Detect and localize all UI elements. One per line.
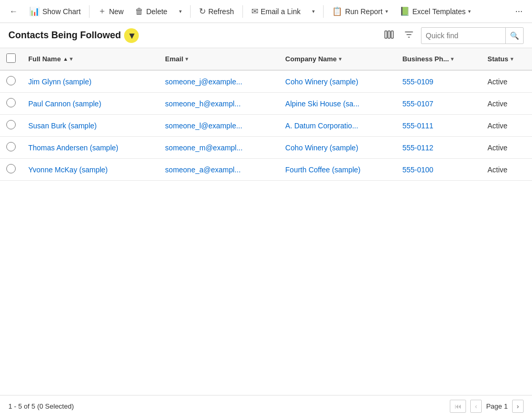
email-cell: someone_l@example...: [159, 115, 279, 137]
company-name-column-header[interactable]: Company Name ▾: [279, 48, 396, 70]
email-cell: someone_a@exampl...: [159, 159, 279, 181]
full-name-link-4[interactable]: Yvonne McKay (sample): [28, 166, 108, 174]
phone-link-1[interactable]: 555-0107: [402, 100, 433, 108]
row-radio-3[interactable]: [6, 142, 16, 151]
sort-up-icon: ▲: [63, 56, 68, 62]
new-button[interactable]: ＋ New: [93, 3, 129, 20]
phone-link-2[interactable]: 555-0111: [402, 122, 433, 130]
full-name-cell: Jim Glynn (sample): [22, 70, 159, 93]
excel-templates-button[interactable]: 📗 Excel Templates ▾: [394, 3, 476, 19]
row-select-cell[interactable]: [0, 159, 22, 181]
email-icon: ✉: [251, 6, 258, 16]
business-phone-cell: 555-0100: [396, 159, 481, 181]
status-cell: Active: [481, 93, 532, 115]
email-link-2[interactable]: someone_l@example...: [165, 122, 242, 130]
delete-icon: 🗑: [135, 7, 143, 16]
full-name-link-3[interactable]: Thomas Andersen (sample): [28, 144, 118, 152]
row-radio-4[interactable]: [6, 164, 16, 173]
separator-3: [242, 5, 243, 18]
filter-icon: [404, 30, 414, 39]
table-body: Jim Glynn (sample) someone_j@example... …: [0, 70, 532, 181]
report-icon: 📋: [332, 6, 342, 16]
email-link-button[interactable]: ✉ Email a Link: [246, 3, 306, 19]
company-sort-icon: ▾: [339, 56, 341, 62]
back-button[interactable]: ←: [4, 4, 23, 19]
chevron-down-icon-2: ▾: [312, 8, 315, 14]
phone-link-3[interactable]: 555-0112: [402, 144, 433, 152]
column-chooser-button[interactable]: [381, 27, 397, 45]
email-link-dropdown-button[interactable]: ▾: [307, 5, 320, 17]
full-name-cell: Paul Cannon (sample): [22, 93, 159, 115]
email-link-3[interactable]: someone_m@exampl...: [165, 144, 242, 152]
company-link-1[interactable]: Alpine Ski House (sa...: [285, 100, 360, 108]
phone-link-4[interactable]: 555-0100: [402, 166, 433, 174]
email-cell: someone_h@exampl...: [159, 93, 279, 115]
full-name-cell: Thomas Andersen (sample): [22, 137, 159, 159]
company-link-3[interactable]: Coho Winery (sample): [285, 144, 358, 152]
email-link-0[interactable]: someone_j@example...: [165, 78, 242, 86]
status-sort-icon: ▾: [511, 56, 513, 62]
refresh-button[interactable]: ↻ Refresh: [194, 3, 239, 19]
row-select-cell[interactable]: [0, 115, 22, 137]
email-cell: someone_j@example...: [159, 70, 279, 93]
header-actions: 🔍: [381, 27, 524, 45]
business-phone-cell: 555-0109: [396, 70, 481, 93]
chart-icon: 📊: [29, 6, 40, 16]
company-link-0[interactable]: Coho Winery (sample): [285, 78, 358, 86]
company-name-cell: Coho Winery (sample): [279, 70, 396, 93]
company-link-4[interactable]: Fourth Coffee (sample): [285, 166, 361, 174]
show-chart-button[interactable]: 📊 Show Chart: [24, 3, 86, 19]
toolbar: ← 📊 Show Chart ＋ New 🗑 Delete ▾ ↻ Refres…: [0, 0, 532, 23]
phone-link-0[interactable]: 555-0109: [402, 78, 433, 86]
svg-rect-1: [388, 31, 390, 38]
business-phone-column-header[interactable]: Business Ph... ▾: [396, 48, 481, 70]
quick-find-search-button[interactable]: 🔍: [505, 28, 523, 43]
row-select-cell[interactable]: [0, 137, 22, 159]
excel-icon: 📗: [400, 6, 410, 16]
view-title-text: Contacts Being Followed: [8, 30, 121, 41]
email-label: Email: [165, 55, 183, 63]
status-cell: Active: [481, 115, 532, 137]
status-label: Status: [487, 55, 508, 63]
more-button[interactable]: ⋯: [510, 4, 528, 19]
business-phone-cell: 555-0107: [396, 93, 481, 115]
email-link-1[interactable]: someone_h@exampl...: [165, 100, 240, 108]
table-row: Thomas Andersen (sample) someone_m@examp…: [0, 137, 532, 159]
company-name-label: Company Name: [285, 55, 337, 63]
full-name-column-header[interactable]: Full Name ▲ ▼: [22, 48, 159, 70]
table-row: Paul Cannon (sample) someone_h@exampl...…: [0, 93, 532, 115]
run-report-button[interactable]: 📋 Run Report ▾: [327, 3, 393, 19]
delete-button[interactable]: 🗑 Delete: [130, 4, 172, 19]
back-icon: ←: [9, 7, 18, 16]
company-name-cell: Coho Winery (sample): [279, 137, 396, 159]
plus-icon: ＋: [98, 6, 106, 17]
row-radio-2[interactable]: [6, 120, 16, 129]
full-name-link-2[interactable]: Susan Burk (sample): [28, 122, 97, 130]
email-link-4[interactable]: someone_a@exampl...: [165, 166, 240, 174]
row-radio-0[interactable]: [6, 76, 16, 85]
row-select-cell[interactable]: [0, 70, 22, 93]
table-row: Jim Glynn (sample) someone_j@example... …: [0, 70, 532, 93]
company-link-2[interactable]: A. Datum Corporatio...: [285, 122, 358, 130]
view-dropdown-button[interactable]: ▾: [124, 28, 139, 43]
status-cell: Active: [481, 159, 532, 181]
select-all-header[interactable]: [0, 48, 22, 70]
status-cell: Active: [481, 137, 532, 159]
email-column-header[interactable]: Email ▾: [159, 48, 279, 70]
status-column-header[interactable]: Status ▾: [481, 48, 532, 70]
select-all-checkbox[interactable]: [6, 53, 16, 63]
filter-button[interactable]: [401, 27, 417, 45]
table-header-row: Full Name ▲ ▼ Email ▾ Company: [0, 48, 532, 70]
view-title: Contacts Being Followed ▾: [8, 28, 381, 43]
svg-rect-2: [391, 31, 393, 38]
quick-find-input[interactable]: [422, 31, 505, 40]
separator-1: [89, 5, 90, 18]
column-chooser-icon: [384, 30, 394, 39]
full-name-link-1[interactable]: Paul Cannon (sample): [28, 100, 101, 108]
full-name-link-0[interactable]: Jim Glynn (sample): [28, 78, 92, 86]
delete-dropdown-button[interactable]: ▾: [174, 5, 187, 17]
row-select-cell[interactable]: [0, 93, 22, 115]
chevron-down-icon-3: ▾: [385, 8, 388, 14]
row-radio-1[interactable]: [6, 98, 16, 107]
status-cell: Active: [481, 70, 532, 93]
